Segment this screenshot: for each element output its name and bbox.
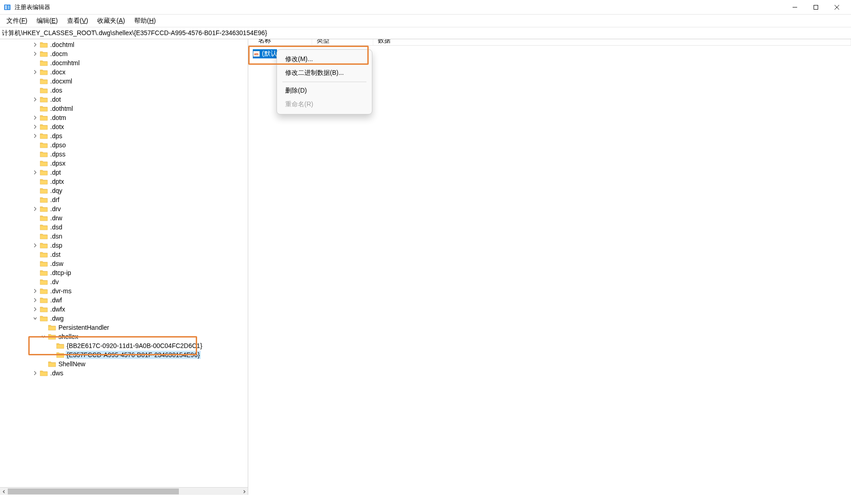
scroll-left-button[interactable] xyxy=(0,488,8,495)
chevron-icon[interactable] xyxy=(32,42,38,47)
chevron-icon[interactable] xyxy=(32,134,38,138)
tree-label: .dwfx xyxy=(49,305,66,313)
maximize-button[interactable] xyxy=(805,0,826,15)
scroll-thumb[interactable] xyxy=(8,488,179,494)
tree-item[interactable]: .dot xyxy=(0,95,248,104)
menu-bar: 文件(F) 编辑(E) 查看(V) 收藏夹(A) 帮助(H) xyxy=(0,15,851,27)
tree-item[interactable]: .dwfx xyxy=(0,305,248,314)
tree-label: .dwg xyxy=(49,314,65,322)
tree-item[interactable]: PersistentHandler xyxy=(0,323,248,332)
tree-item[interactable]: {BB2E617C-0920-11d1-9A0B-00C04FC2D6C1} xyxy=(0,341,248,350)
address-bar[interactable]: 计算机\HKEY_CLASSES_ROOT\.dwg\shellex\{E357… xyxy=(0,27,851,39)
column-name[interactable]: 名称 xyxy=(248,39,312,45)
scroll-right-button[interactable] xyxy=(240,488,248,495)
tree-item[interactable]: .drw xyxy=(0,213,248,223)
value-row-default[interactable]: ab (默认 xyxy=(253,49,277,58)
tree-horizontal-scrollbar[interactable] xyxy=(0,487,248,495)
tree-item[interactable]: .dsn xyxy=(0,232,248,241)
tree-item[interactable]: .drf xyxy=(0,195,248,204)
chevron-icon[interactable] xyxy=(40,334,47,339)
tree-item[interactable]: shellex xyxy=(0,332,248,341)
folder-icon xyxy=(40,242,48,249)
chevron-icon[interactable] xyxy=(32,316,38,321)
column-type[interactable]: 类型 xyxy=(312,39,373,45)
tree-item[interactable]: .drv xyxy=(0,204,248,213)
tree-item[interactable]: .dpsx xyxy=(0,159,248,168)
tree-item[interactable]: .dwf xyxy=(0,296,248,305)
tree-label: .dsw xyxy=(49,260,64,268)
tree-list: .dochtml.docm.docmhtml.docx.docxml.dos.d… xyxy=(0,39,248,378)
tree-item[interactable]: .dotm xyxy=(0,113,248,122)
menu-view[interactable]: 查看(V) xyxy=(63,15,93,27)
chevron-icon[interactable] xyxy=(32,52,38,56)
tree-item[interactable]: .dvr-ms xyxy=(0,286,248,296)
ctx-modify-binary[interactable]: 修改二进制数据(B)... xyxy=(277,66,372,80)
tree-item[interactable]: .dpss xyxy=(0,150,248,159)
folder-icon xyxy=(40,279,48,285)
tree-item[interactable]: .dv xyxy=(0,277,248,286)
tree-item[interactable]: .docx xyxy=(0,68,248,77)
tree-scroll[interactable]: .dochtml.docm.docmhtml.docx.docxml.dos.d… xyxy=(0,39,248,487)
ctx-rename: 重命名(R) xyxy=(277,98,372,111)
tree-item[interactable]: .dst xyxy=(0,250,248,259)
tree-item[interactable]: .dotx xyxy=(0,122,248,131)
tree-label: .dwf xyxy=(49,296,63,304)
chevron-icon[interactable] xyxy=(32,170,38,175)
tree-label: .dot xyxy=(49,95,62,104)
chevron-icon[interactable] xyxy=(32,97,38,102)
chevron-icon[interactable] xyxy=(32,115,38,120)
folder-icon xyxy=(48,324,56,331)
tree-item[interactable]: {E357FCCD-A995-4576-B01F-234630154E96} xyxy=(0,350,248,359)
chevron-icon[interactable] xyxy=(32,207,38,211)
minimize-button[interactable] xyxy=(784,0,805,15)
tree-item[interactable]: ShellNew xyxy=(0,359,248,369)
tree-item[interactable]: .dsd xyxy=(0,223,248,232)
tree-item[interactable]: .dpt xyxy=(0,168,248,177)
tree-item[interactable]: .dqy xyxy=(0,186,248,195)
tree-item[interactable]: .dsp xyxy=(0,241,248,250)
tree-label: PersistentHandler xyxy=(57,323,110,332)
menu-favorites[interactable]: 收藏夹(A) xyxy=(93,15,130,27)
chevron-icon[interactable] xyxy=(32,298,38,302)
tree-item[interactable]: .dpso xyxy=(0,140,248,150)
tree-item[interactable]: .docxml xyxy=(0,77,248,86)
tree-label: .dpsx xyxy=(49,159,66,167)
chevron-icon[interactable] xyxy=(32,371,38,375)
folder-icon xyxy=(40,114,48,121)
folder-icon xyxy=(40,133,48,139)
tree-item[interactable]: .dtcp-ip xyxy=(0,268,248,277)
tree-item[interactable]: .dsw xyxy=(0,259,248,268)
tree-item[interactable]: .dwg xyxy=(0,314,248,323)
folder-icon xyxy=(40,215,48,221)
window-title: 注册表编辑器 xyxy=(15,3,784,11)
svg-rect-3 xyxy=(5,8,7,9)
folder-icon xyxy=(40,315,48,322)
tree-item[interactable]: .docm xyxy=(0,49,248,58)
tree-item[interactable]: .docmhtml xyxy=(0,58,248,68)
column-data[interactable]: 数据 xyxy=(373,39,851,45)
tree-item[interactable]: .dptx xyxy=(0,177,248,186)
close-button[interactable] xyxy=(826,0,847,15)
menu-help[interactable]: 帮助(H) xyxy=(130,15,160,27)
menu-file[interactable]: 文件(F) xyxy=(2,15,32,27)
tree-item[interactable]: .dothtml xyxy=(0,104,248,113)
chevron-icon[interactable] xyxy=(32,243,38,248)
folder-icon xyxy=(40,60,48,66)
folder-icon xyxy=(56,352,64,358)
values-header: 名称 类型 数据 xyxy=(248,39,851,46)
folder-icon xyxy=(40,124,48,130)
tree-item[interactable]: .dochtml xyxy=(0,40,248,49)
menu-edit[interactable]: 编辑(E) xyxy=(32,15,63,27)
title-bar: 注册表编辑器 xyxy=(0,0,851,15)
tree-label: .docmhtml xyxy=(49,59,81,67)
ctx-modify[interactable]: 修改(M)... xyxy=(277,52,372,66)
chevron-icon[interactable] xyxy=(32,289,38,293)
chevron-icon[interactable] xyxy=(32,307,38,312)
ctx-delete[interactable]: 删除(D) xyxy=(277,84,372,98)
tree-item[interactable]: .dps xyxy=(0,131,248,140)
chevron-icon[interactable] xyxy=(32,70,38,74)
chevron-icon[interactable] xyxy=(32,125,38,129)
tree-item[interactable]: .dws xyxy=(0,369,248,378)
svg-rect-6 xyxy=(814,5,818,9)
tree-item[interactable]: .dos xyxy=(0,86,248,95)
